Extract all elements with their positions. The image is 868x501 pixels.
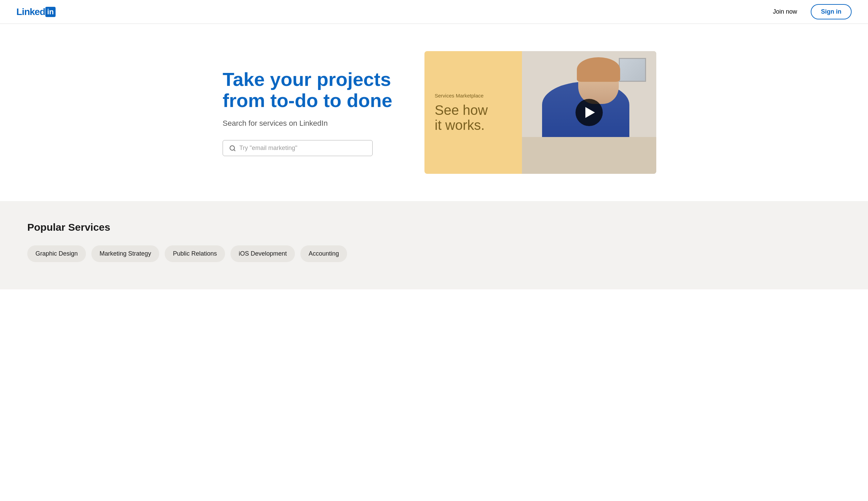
video-left-panel: Services Marketplace See how it works. [424, 51, 522, 174]
search-icon [229, 145, 236, 152]
video-panel: Services Marketplace See how it works. [424, 51, 656, 174]
service-chip-graphic-design[interactable]: Graphic Design [27, 245, 86, 262]
service-chip-accounting[interactable]: Accounting [300, 245, 347, 262]
logo-box: in [45, 7, 55, 17]
svg-line-1 [234, 149, 235, 151]
hero-section: Take your projects from to-do to done Se… [195, 24, 673, 201]
hero-right: Services Marketplace See how it works. [424, 51, 656, 174]
search-box[interactable] [223, 140, 373, 156]
play-icon [585, 107, 595, 118]
service-chip-ios-development[interactable]: iOS Development [231, 245, 295, 262]
logo[interactable]: Linkedin [17, 7, 55, 18]
logo-text: Linked [17, 7, 45, 18]
popular-services-title: Popular Services [27, 222, 841, 233]
video-right-panel [522, 51, 656, 174]
hero-subtitle: Search for services on LinkedIn [223, 119, 400, 128]
join-now-button[interactable]: Join now [768, 6, 803, 18]
service-chip-public-relations[interactable]: Public Relations [165, 245, 225, 262]
search-input[interactable] [239, 145, 366, 152]
hero-left: Take your projects from to-do to done Se… [223, 69, 400, 156]
header-actions: Join now Sign in [768, 4, 851, 19]
services-marketplace-label: Services Marketplace [435, 93, 512, 98]
services-chips: Graphic DesignMarketing StrategyPublic R… [27, 245, 841, 262]
service-chip-marketing-strategy[interactable]: Marketing Strategy [91, 245, 159, 262]
popular-services-section: Popular Services Graphic DesignMarketing… [0, 201, 868, 289]
play-button[interactable] [575, 99, 603, 126]
hero-title: Take your projects from to-do to done [223, 69, 400, 111]
header: Linkedin Join now Sign in [0, 0, 868, 24]
video-title: See how it works. [435, 103, 512, 132]
sign-in-button[interactable]: Sign in [811, 4, 851, 19]
